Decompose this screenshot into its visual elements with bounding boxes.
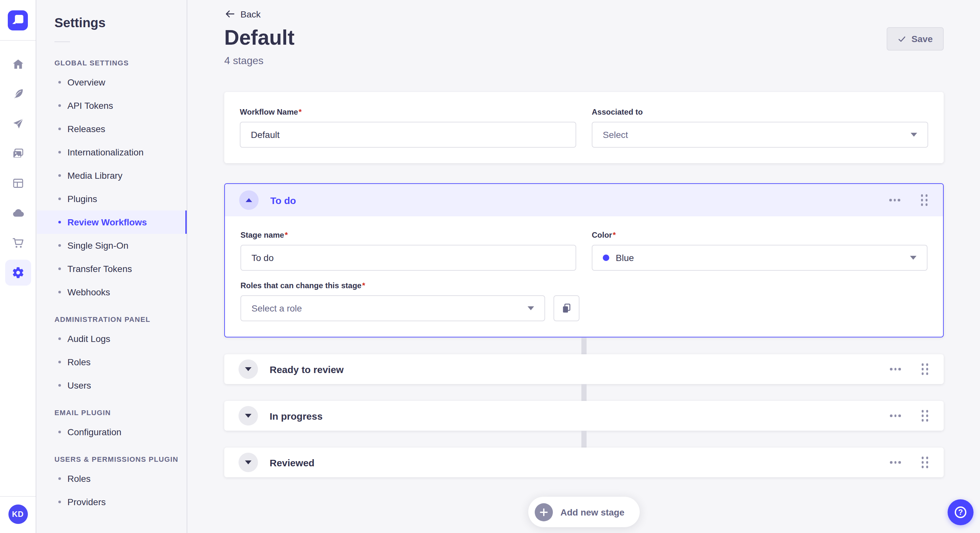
sidebar-item-transfer-tokens[interactable]: Transfer Tokens	[37, 257, 187, 281]
stage-options-menu-icon[interactable]	[887, 366, 903, 373]
help-button[interactable]: ?	[948, 499, 974, 525]
stage-header-to-do[interactable]: To do	[225, 184, 943, 216]
sidebar-item-label: Plugins	[67, 194, 97, 204]
duplicate-icon	[561, 303, 572, 314]
required-asterisk: *	[362, 281, 365, 290]
required-asterisk: *	[613, 230, 616, 240]
media-library-icon[interactable]	[5, 141, 31, 167]
stage-options-menu-icon[interactable]	[887, 459, 903, 466]
sidebar-item-configuration[interactable]: Configuration	[37, 420, 187, 444]
section-label-administration-panel: ADMINISTRATION PANEL	[54, 316, 187, 323]
chevron-down-icon	[528, 306, 534, 310]
add-stage-label: Add new stage	[560, 507, 625, 517]
sidebar-item-providers[interactable]: Providers	[37, 490, 187, 514]
roles-select[interactable]: Select a role	[240, 295, 545, 321]
content-type-builder-icon[interactable]	[5, 170, 31, 196]
check-icon	[898, 35, 907, 43]
app-screen: KD Settings GLOBAL SETTINGS Overview API…	[0, 0, 980, 533]
nav-rail: KD	[0, 0, 36, 533]
sidebar-item-webhooks[interactable]: Webhooks	[37, 281, 187, 304]
stage-options-menu-icon[interactable]	[887, 197, 902, 204]
chevron-down-icon	[245, 367, 251, 371]
section-label-global-settings: GLOBAL SETTINGS	[54, 59, 187, 67]
sidebar-item-label: Single Sign-On	[67, 240, 128, 251]
settings-sidebar: Settings GLOBAL SETTINGS Overview API To…	[37, 0, 187, 533]
cloud-icon[interactable]	[5, 200, 31, 226]
home-icon[interactable]	[5, 51, 31, 77]
back-arrow-icon	[224, 8, 235, 19]
drag-handle-icon[interactable]	[919, 454, 931, 471]
sidebar-item-up-roles[interactable]: Roles	[37, 467, 187, 490]
collapse-stage-button[interactable]	[239, 190, 259, 210]
stage-name-field-group: Stage name*	[240, 230, 576, 271]
expand-stage-button[interactable]	[239, 406, 258, 425]
bullet-icon	[58, 104, 61, 107]
duplicate-stage-button[interactable]	[554, 295, 579, 321]
sidebar-item-review-workflows[interactable]: Review Workflows	[37, 211, 187, 234]
question-mark-icon: ?	[955, 506, 966, 518]
sidebar-item-releases[interactable]: Releases	[37, 117, 187, 141]
send-plane-icon[interactable]	[5, 111, 31, 136]
roles-label: Roles that can change this stage*	[240, 281, 928, 290]
stage-options-menu-icon[interactable]	[887, 412, 903, 420]
expand-stage-button[interactable]	[239, 359, 258, 379]
color-swatch-blue	[603, 254, 609, 261]
bullet-icon	[58, 221, 61, 224]
sidebar-item-label: Overview	[67, 77, 105, 87]
workspace-logo-section	[0, 0, 36, 41]
stage-row-ready-to-review[interactable]: Ready to review	[224, 354, 944, 384]
drag-handle-icon[interactable]	[919, 408, 931, 424]
sidebar-item-api-tokens[interactable]: API Tokens	[37, 94, 187, 117]
stage-name-label: Stage name*	[240, 230, 576, 240]
stage-row-reviewed[interactable]: Reviewed	[224, 447, 944, 477]
stage-name-input[interactable]	[240, 245, 576, 271]
required-asterisk: *	[299, 108, 302, 117]
marketplace-cart-icon[interactable]	[5, 230, 31, 256]
bullet-icon	[58, 431, 61, 433]
expand-stage-button[interactable]	[239, 453, 258, 472]
sidebar-item-overview[interactable]: Overview	[37, 71, 187, 94]
bullet-icon	[58, 268, 61, 270]
workflow-name-input[interactable]	[240, 122, 576, 148]
sidebar-item-audit-logs[interactable]: Audit Logs	[37, 327, 187, 351]
stage-count-subtitle: 4 stages	[224, 55, 944, 67]
sidebar-item-label: Media Library	[67, 170, 123, 181]
rail-icon-list	[5, 51, 31, 286]
drag-handle-icon[interactable]	[919, 361, 931, 378]
sidebar-item-label: Transfer Tokens	[67, 263, 132, 274]
associated-to-field-group: Associated to Select	[592, 108, 928, 148]
drag-handle-icon[interactable]	[918, 192, 930, 209]
sidebar-item-label: Roles	[67, 473, 91, 484]
bullet-icon	[58, 151, 61, 154]
sidebar-item-plugins[interactable]: Plugins	[37, 187, 187, 211]
add-new-stage-button[interactable]: Add new stage	[528, 497, 640, 527]
stage-title: In progress	[270, 410, 323, 421]
strapi-logo-icon[interactable]	[8, 10, 28, 30]
chevron-down-icon	[245, 414, 251, 418]
sidebar-item-single-sign-on[interactable]: Single Sign-On	[37, 234, 187, 257]
back-label: Back	[240, 9, 261, 19]
associated-to-select[interactable]: Select	[592, 122, 928, 148]
sidebar-item-media-library[interactable]: Media Library	[37, 164, 187, 187]
bullet-icon	[58, 338, 61, 340]
sidebar-item-label: API Tokens	[67, 100, 113, 111]
section-label-email-plugin: EMAIL PLUGIN	[54, 409, 187, 416]
bullet-icon	[58, 361, 61, 363]
user-avatar[interactable]: KD	[8, 504, 27, 524]
settings-gear-icon[interactable]	[5, 260, 31, 286]
stage-row-in-progress[interactable]: In progress	[224, 401, 944, 431]
roles-placeholder: Select a role	[251, 303, 302, 314]
stage-body: Stage name* Color* Blue Roles that	[225, 216, 943, 337]
sidebar-item-users[interactable]: Users	[37, 374, 187, 397]
sidebar-item-label: Review Workflows	[67, 217, 147, 227]
sidebar-item-internationalization[interactable]: Internationalization	[37, 141, 187, 164]
save-button[interactable]: Save	[887, 27, 944, 51]
workflow-form-card: Workflow Name* Associated to Select	[224, 92, 944, 163]
sidebar-item-label: Internationalization	[67, 147, 143, 157]
color-select[interactable]: Blue	[592, 245, 928, 271]
workflow-name-field-group: Workflow Name*	[240, 108, 576, 148]
content-manager-feather-icon[interactable]	[5, 81, 31, 107]
sidebar-item-admin-roles[interactable]: Roles	[37, 351, 187, 374]
back-link[interactable]: Back	[224, 0, 261, 19]
bullet-icon	[58, 384, 61, 387]
